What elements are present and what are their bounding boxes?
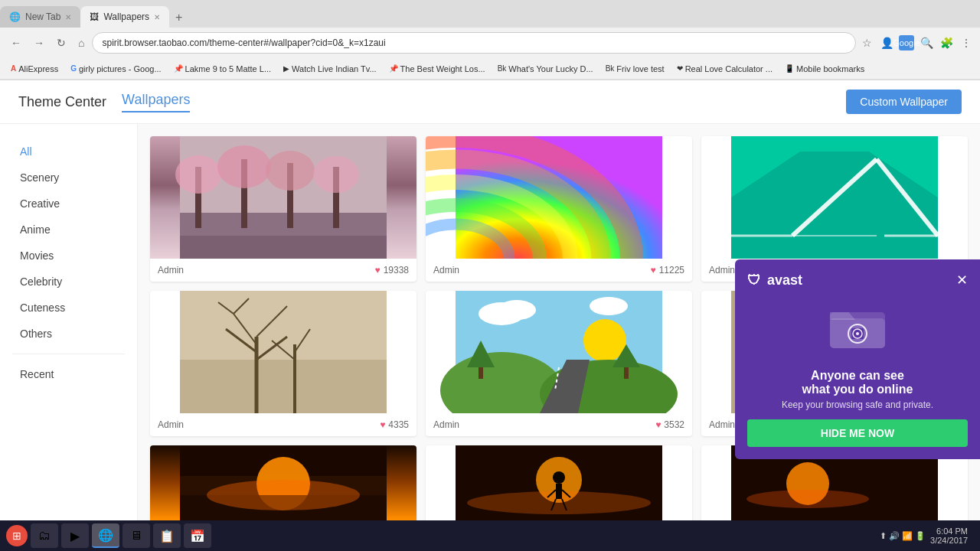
taskbar-app-media[interactable]: ▶ (61, 523, 89, 548)
bookmark-favicon: A (11, 64, 16, 73)
bookmark-lakme[interactable]: 📌 Lakme 9 to 5 Matte L... (169, 63, 276, 75)
tab-close-icon[interactable]: ✕ (65, 13, 71, 21)
like-count: 3532 (664, 419, 684, 430)
tray-clock[interactable]: 6:04 PM 3/24/2017 (930, 527, 968, 545)
sidebar-item-scenery[interactable]: Scenery (12, 165, 125, 190)
sidebar-item-movies[interactable]: Movies (12, 243, 125, 268)
svg-rect-18 (456, 136, 662, 259)
sidebar-divider (12, 354, 125, 354)
avast-hide-button[interactable]: HIDE ME NOW (747, 419, 968, 447)
extensions-icon[interactable]: 🧩 (939, 35, 954, 51)
sidebar-item-anime[interactable]: Anime (12, 217, 125, 242)
wallpaper-author: Admin (433, 419, 459, 430)
bookmark-mobile[interactable]: 📱 Mobile bookmarks (780, 63, 869, 75)
svg-point-63 (207, 480, 360, 510)
wallpaper-card[interactable]: Admin ♥ 4335 (150, 291, 416, 436)
bookmark-girly[interactable]: G girly pictures - Goog... (66, 63, 165, 75)
wallpaper-thumbnail (426, 291, 692, 413)
avast-heading: Anyone can see what you do online (747, 369, 968, 396)
svg-rect-68 (556, 484, 562, 499)
like-count: 4335 (388, 419, 409, 430)
wallpaper-card[interactable] (426, 445, 692, 527)
bookmark-friv[interactable]: Bk Friv love test (601, 63, 669, 75)
wallpaper-thumbnail (150, 445, 416, 527)
avast-header: 🛡 avast ✕ (747, 272, 968, 289)
heart-icon: ♥ (375, 265, 381, 276)
avast-message: Anyone can see what you do online Keep y… (747, 369, 968, 410)
tab-close-icon[interactable]: ✕ (154, 13, 160, 21)
search-engine-selector[interactable]: Google (899, 35, 914, 51)
bookmark-aliexpress[interactable]: A AliExpress (6, 63, 63, 75)
search-icon[interactable]: 🔍 (919, 35, 934, 51)
wallpaper-card[interactable]: Admin ♥ 11225 (426, 136, 692, 282)
bookmark-watch-live[interactable]: ▶ Watch Live Indian Tv... (279, 63, 381, 75)
sidebar-item-creative[interactable]: Creative (12, 191, 125, 216)
like-count: 19338 (384, 265, 409, 276)
wallpaper-thumbnail (701, 136, 968, 259)
reload-button[interactable]: ↻ (52, 34, 70, 52)
bookmark-love-calc[interactable]: ❤ Real Love Calculator ... (672, 63, 777, 75)
avast-logo: 🛡 avast (747, 272, 802, 289)
tab-new-tab[interactable]: 🌐 New Tab ✕ (0, 6, 80, 28)
svg-point-75 (746, 490, 869, 508)
start-button[interactable]: ⊞ (6, 525, 28, 546)
tab-label: New Tab (25, 11, 60, 22)
clock-date: 3/24/2017 (930, 536, 968, 545)
wallpaper-card[interactable]: Admin ♥ 3532 (426, 291, 692, 436)
bookmark-favicon: 📌 (174, 64, 183, 73)
theme-center-title[interactable]: Theme Center (18, 94, 106, 110)
svg-point-7 (217, 145, 271, 188)
avast-close-button[interactable]: ✕ (956, 272, 968, 289)
bookmark-favicon: 📱 (785, 64, 794, 73)
heart-icon: ♥ (380, 419, 385, 430)
svg-point-42 (498, 300, 536, 320)
bookmark-weight[interactable]: 📌 The Best Weight Los... (384, 63, 490, 75)
sidebar-item-celebrity[interactable]: Celebrity (12, 269, 125, 294)
address-bar[interactable] (92, 32, 856, 54)
home-button[interactable]: ⌂ (74, 34, 89, 52)
wallpaper-thumbnail (150, 136, 416, 259)
tab-favicon: 🌐 (9, 11, 21, 22)
bookmark-favicon: Bk (498, 64, 507, 73)
wallpaper-card[interactable] (150, 445, 416, 527)
custom-wallpaper-button[interactable]: Custom Wallpaper (846, 90, 962, 114)
taskbar-app-monitor[interactable]: 🖥 (122, 523, 150, 548)
wallpapers-title[interactable]: Wallpapers (122, 92, 190, 112)
wallpaper-thumbnail (150, 291, 416, 413)
wallpaper-like: ♥ 19338 (375, 265, 410, 276)
sidebar-item-cuteness[interactable]: Cuteness (12, 295, 125, 320)
svg-point-6 (175, 155, 221, 194)
wallpaper-like: ♥ 4335 (380, 419, 409, 430)
page-header: Theme Center Wallpapers Custom Wallpaper (0, 80, 980, 124)
taskbar-app-files[interactable]: 🗂 (31, 523, 58, 548)
sidebar-item-all[interactable]: All (12, 139, 125, 164)
back-button[interactable]: ← (6, 34, 26, 52)
sidebar-recent[interactable]: Recent (12, 362, 125, 386)
profile-icon[interactable]: 👤 (879, 35, 894, 51)
avast-folder-icon (827, 298, 888, 360)
sidebar-item-others[interactable]: Others (12, 321, 125, 346)
new-tab-button[interactable]: + (169, 8, 188, 28)
sidebar: All Scenery Creative Anime Movies Celebr… (0, 124, 138, 527)
bookmark-favicon: ▶ (283, 64, 289, 73)
taskbar-app-browser[interactable]: 🌐 (92, 523, 119, 548)
taskbar-app-calendar[interactable]: 📅 (184, 523, 211, 548)
wallpaper-card[interactable]: Admin ♥ 19338 (150, 136, 416, 282)
like-count: 11225 (659, 265, 684, 276)
taskbar: ⊞ 🗂 ▶ 🌐 🖥 📋 📅 ⬆ 🔊 📶 🔋 6:04 PM 3/24/2017 (0, 520, 980, 551)
avast-icon-area (747, 298, 968, 360)
address-input[interactable] (102, 37, 846, 48)
avast-subtext: Keep your browsing safe and private. (747, 399, 968, 410)
bookmark-favicon: ❤ (677, 64, 683, 73)
bookmark-star-icon[interactable]: ☆ (859, 35, 874, 51)
forward-button[interactable]: → (29, 34, 49, 52)
menu-icon[interactable]: ⋮ (959, 35, 974, 51)
tab-bar: 🌐 New Tab ✕ 🖼 Wallpapers ✕ + (0, 0, 980, 28)
tray-icons[interactable]: ⬆ 🔊 📶 🔋 (880, 531, 926, 541)
heart-icon: ♥ (655, 419, 661, 430)
wallpaper-info: Admin ♥ 3532 (426, 413, 692, 436)
taskbar-app-tasks[interactable]: 📋 (153, 523, 181, 548)
tab-wallpapers[interactable]: 🖼 Wallpapers ✕ (80, 6, 169, 28)
bookmark-lucky[interactable]: Bk What's Your Lucky D... (493, 63, 598, 75)
nav-bar: ← → ↻ ⌂ ☆ 👤 Google 🔍 🧩 ⋮ (0, 28, 980, 58)
